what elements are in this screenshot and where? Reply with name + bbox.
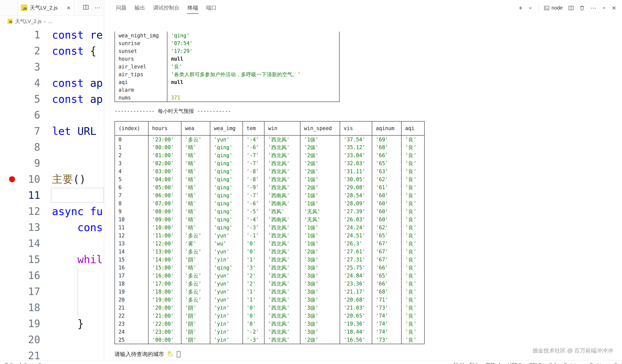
table-cell: '14:00' <box>148 256 181 264</box>
table-cell: 'qing' <box>210 167 243 175</box>
split-editor-icon[interactable] <box>83 4 89 11</box>
table-cell: '3级' <box>300 296 340 304</box>
row-index-cell: 9 <box>115 208 148 216</box>
more-actions-icon[interactable]: ⋯ <box>590 5 596 11</box>
cursor-position[interactable]: 行 11，列 1 <box>454 362 478 364</box>
breadcrumb[interactable]: JS 天气LV_2.js › ... <box>0 16 104 27</box>
table-cell: 'yun' <box>210 296 243 304</box>
javascript-file-icon: JS <box>21 5 27 11</box>
editor-tab-bar: JS 天气LV_2.js × ⋯ <box>0 0 104 16</box>
errors-indicator[interactable]: 0 <box>4 362 13 364</box>
table-cell: '04:00' <box>148 175 181 184</box>
row-index-cell: 0 <box>115 135 148 143</box>
table-cell: 'yin' <box>210 328 243 336</box>
table-cell: '西北风' <box>264 224 300 232</box>
table-cell: '24.51' <box>340 232 372 240</box>
row-index-cell: 19 <box>115 288 148 296</box>
terminal-instance-node[interactable]: node <box>544 5 563 11</box>
code-line: 7let URL <box>0 123 104 139</box>
code-line-text: let URL <box>52 123 96 139</box>
table-cell: '2级' <box>300 248 340 256</box>
more-actions-icon[interactable]: ⋯ <box>94 5 100 11</box>
code-editor[interactable]: 1const re2const {34const ap5const ap67le… <box>0 27 104 360</box>
new-terminal-icon[interactable]: + <box>519 5 523 12</box>
go-live-button[interactable]: Go Live <box>584 362 606 364</box>
table-cell: '良' <box>401 184 424 192</box>
table-cell: '晴' <box>181 151 210 159</box>
braces-icon: {} <box>549 362 552 364</box>
table-cell: '3' <box>243 264 264 272</box>
table-cell: '30.05' <box>340 175 372 184</box>
table-cell: '西北风' <box>264 288 300 296</box>
chevron-down-icon[interactable] <box>528 6 533 10</box>
table-cell: '28.09' <box>340 200 372 208</box>
row-index-cell: 15 <box>115 256 148 264</box>
table-cell: '21:00' <box>148 312 181 320</box>
notifications-bell[interactable] <box>613 363 618 364</box>
table-cell: '良' <box>401 224 424 232</box>
table-cell: '1级' <box>300 135 340 143</box>
table-cell: '60' <box>372 200 401 208</box>
table-cell: '-4' <box>243 135 264 143</box>
tab-close-icon[interactable]: × <box>67 5 71 11</box>
table-cell: '2' <box>243 272 264 280</box>
close-panel-icon[interactable]: × <box>612 5 616 12</box>
panel-tab-ports[interactable]: 端口 <box>206 2 217 14</box>
code-line: 16 <box>0 267 104 284</box>
table-cell: '20.65' <box>340 312 372 320</box>
kv-row: hoursnull <box>114 55 340 63</box>
ports-indicator[interactable]: 0 <box>32 362 41 364</box>
table-cell: '0' <box>243 248 264 256</box>
table-cell: '西北风' <box>264 159 300 167</box>
table-cell: '06:00' <box>148 192 181 200</box>
table-cell: 'yin' <box>210 256 243 264</box>
table-cell: '11:00' <box>148 232 181 240</box>
panel-tab-problems[interactable]: 问题 <box>115 2 127 14</box>
column-header: wea <box>181 121 210 135</box>
editor-tab[interactable]: JS 天气LV_2.js × <box>18 0 74 16</box>
row-index-cell: 10 <box>115 216 148 224</box>
language-mode[interactable]: {} JavaScript <box>549 362 576 364</box>
forecast-body: 0'23:00''多云''yun''-4''西北风''1级''37.54''69… <box>115 135 424 344</box>
table-cell: 'qing' <box>210 224 243 232</box>
table-cell: '晴' <box>181 159 210 167</box>
table-cell: '晴' <box>181 184 210 192</box>
table-cell: '19:00' <box>148 296 181 304</box>
table-cell: '无风' <box>300 216 340 224</box>
terminal-output[interactable]: wea_night_img'qing'sunrise'07:54'sunset'… <box>114 16 622 360</box>
table-cell: 'qing' <box>210 159 243 167</box>
panel-tab-debug-console[interactable]: 调试控制台 <box>153 2 180 14</box>
eol-sequence[interactable]: CRLF <box>529 362 541 364</box>
line-number: 9 <box>0 155 40 171</box>
split-terminal-icon[interactable] <box>568 5 574 11</box>
line-number: 8 <box>0 139 40 155</box>
line-number: 19 <box>0 316 40 332</box>
column-header: tem <box>243 121 264 135</box>
panel-tab-terminal[interactable]: 终端 <box>187 2 199 14</box>
row-index-cell: 12 <box>115 232 148 240</box>
table-cell: '22:00' <box>148 320 181 328</box>
column-header: aqi <box>401 121 424 135</box>
table-cell: '23:00' <box>148 135 181 143</box>
table-cell: '1' <box>243 288 264 296</box>
table-cell: '良' <box>401 135 424 143</box>
maximize-panel-icon[interactable] <box>602 6 606 10</box>
table-cell: '05:00' <box>148 184 181 192</box>
kv-key: alarm <box>114 86 167 94</box>
status-bar: 0 0 0 行 11，列 1 空格: 4 UTF-8 CRLF {} JavaS… <box>0 360 622 364</box>
table-cell: '16:00' <box>148 272 181 280</box>
code-line: 5const ap <box>0 91 104 107</box>
kill-terminal-icon[interactable] <box>579 5 585 11</box>
table-row: 18'17:00''多云''yun''2''西北风''3级''23.36''66… <box>115 280 424 288</box>
indentation[interactable]: 空格: 4 <box>486 362 501 364</box>
table-cell: '-1' <box>243 232 264 240</box>
table-row: 11'10:00''晴''qing''-3''西北风''1级''24.24''6… <box>115 224 424 232</box>
row-index-cell: 25 <box>115 336 148 344</box>
warnings-indicator[interactable]: 0 <box>18 362 27 364</box>
row-index-cell: 7 <box>115 192 148 200</box>
encoding[interactable]: UTF-8 <box>508 362 522 364</box>
code-line-text: 主要() <box>52 171 86 187</box>
table-cell: '2级' <box>300 159 340 167</box>
panel-tab-output[interactable]: 输出 <box>134 2 146 14</box>
kv-key: sunset <box>114 47 167 55</box>
